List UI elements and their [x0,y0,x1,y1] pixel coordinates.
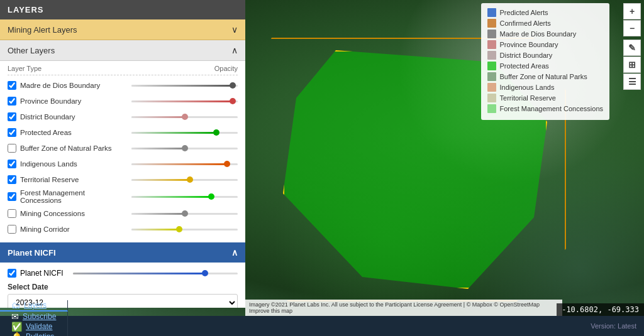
planet-nicfi-label: Planet NICFI [20,269,64,278]
planet-nicfi-checkbox[interactable] [8,269,16,278]
mining-toggle-arrow: ∨ [231,24,238,35]
layer-slider-3[interactable] [131,132,238,134]
zoom-out-button[interactable]: − [623,20,641,36]
legend-label-0: Predicted Alerts [500,9,548,16]
layer-checkbox-7[interactable] [8,192,16,201]
layer-table-header: Layer Type Opacity [8,65,238,75]
layer-checkbox-2[interactable] [8,112,16,121]
legend-item-7: Indigenous Lands [487,83,603,92]
layer-slider-5[interactable] [131,163,238,165]
planet-row: Planet NICFI [8,269,238,278]
panel-title: LAYERS [8,5,44,14]
layer-slider-1[interactable] [131,100,238,102]
layer-label-3: Protected Areas [20,129,126,136]
layer-row: District Boundary [8,111,238,123]
legend-color-0 [487,8,496,17]
legend-color-4 [487,51,496,60]
toolbar-label-3: Bulletins [26,332,54,336]
layer-label-2: District Boundary [20,113,126,121]
planet-section-title: Planet NICFI [8,248,56,257]
legend-item-2: Madre de Dios Boundary [487,30,603,38]
planet-toggle-arrow: ∧ [231,247,238,257]
legend-color-3 [487,40,496,49]
legend-label-1: Confirmed Alerts [500,19,551,27]
layer-slider-0[interactable] [131,85,238,87]
pencil-button[interactable]: ✎ [623,40,641,56]
layer-slider-9[interactable] [131,229,238,230]
layer-slider-4[interactable] [131,148,238,149]
toolbar-label-2: Validate [26,322,52,331]
toolbar-item-validate[interactable]: ✅Validate [0,322,68,332]
select-date-label: Select Date [8,283,238,291]
legend-label-4: District Boundary [500,51,553,59]
layer-slider-7[interactable] [131,196,238,198]
legend-color-8 [487,94,496,102]
legend-item-1: Confirmed Alerts [487,19,603,28]
layer-row: Protected Areas [8,126,238,139]
layer-checkbox-8[interactable] [8,209,16,218]
layer-checkbox-0[interactable] [8,81,16,90]
attribution: Imagery ©2021 Planet Labs Inc. All use s… [245,300,562,316]
layer-label-8: Mining Concessions [20,210,126,217]
legend-color-7 [487,83,496,92]
zoom-in-button[interactable]: + [623,3,641,19]
toolbar-icon-2: ✅ [11,322,22,332]
toolbar-item-subscribe[interactable]: ✉Subscribe [0,312,68,322]
legend-color-9 [487,104,496,113]
layer-label-7: Forest Management Concessions [20,189,126,204]
legend-label-2: Madre de Dios Boundary [500,30,577,38]
layer-slider-2[interactable] [131,116,238,118]
layer-slider-6[interactable] [131,179,238,181]
legend-label-5: Protected Areas [500,62,549,70]
layer-row: Madre de Dios Boundary [8,79,238,92]
legend-item-6: Buffer Zone of Natural Parks [487,72,603,81]
layer-table: Layer Type Opacity Madre de Dios Boundar… [0,61,245,242]
legend-item-8: Territorial Reserve [487,94,603,102]
layer-row: Forest Management Concessions [8,189,238,204]
bottom-toolbar: 🗂Layers✉Subscribe✅Validate🔔Bulletins📊Sta… [0,316,644,336]
legend-item-4: District Boundary [487,51,603,60]
legend-color-5 [487,62,496,70]
legend-color-1 [487,19,496,28]
layer-checkbox-4[interactable] [8,144,16,153]
legend-item-9: Forest Management Concessions [487,104,603,113]
planet-opacity-track[interactable] [73,273,238,274]
opacity-header: Opacity [214,65,238,72]
legend-color-2 [487,30,496,38]
mining-section-label: Mining Alert Layers [8,25,77,35]
layer-checkbox-3[interactable] [8,128,16,137]
legend: Predicted AlertsConfirmed AlertsMadre de… [481,3,609,120]
layer-slider-8[interactable] [131,213,238,215]
left-panel: LAYERS Mining Alert Layers ∨ Other Layer… [0,0,245,308]
layer-label-0: Madre de Dios Boundary [20,82,126,89]
planet-slider-container [73,273,238,274]
other-section-toggle[interactable]: Other Layers ∧ [0,40,245,61]
sidebar-button[interactable]: ☰ [623,73,641,90]
version-label: Version: Latest [591,322,644,330]
legend-item-3: Province Boundary [487,40,603,49]
toolbar-items-container: 🗂Layers✉Subscribe✅Validate🔔Bulletins📊Sta… [0,300,68,336]
layer-checkbox-9[interactable] [8,225,16,234]
layer-checkbox-5[interactable] [8,160,16,168]
toolbar-label-0: Layers [24,301,47,310]
toolbar-item-bulletins[interactable]: 🔔Bulletins [0,332,68,336]
layer-label-6: Territorial Reserve [20,176,126,183]
layer-checkbox-1[interactable] [8,97,16,106]
legend-label-7: Indigenous Lands [500,84,555,91]
planet-section-toggle[interactable]: Planet NICFI ∧ [0,242,245,263]
layer-row: Mining Concessions [8,207,238,220]
layer-checkbox-6[interactable] [8,175,16,184]
layers-button[interactable]: ⊞ [623,57,641,73]
toolbar-label-1: Subscribe [23,312,56,321]
layer-row: Province Boundary [8,95,238,107]
toolbar-item-layers[interactable]: 🗂Layers [0,300,68,312]
coordinates-text: -10.6802, -69.333 [562,305,639,314]
legend-color-6 [487,72,496,81]
layer-row: Mining Corridor [8,223,238,236]
toolbar-icon-1: ✉ [11,312,19,322]
layer-label-5: Indigenous Lands [20,160,126,168]
layer-row: Territorial Reserve [8,173,238,186]
map-controls: + − ✎ ⊞ ☰ [623,3,641,90]
layer-label-1: Province Boundary [20,97,126,105]
mining-section-toggle[interactable]: Mining Alert Layers ∨ [0,19,245,40]
